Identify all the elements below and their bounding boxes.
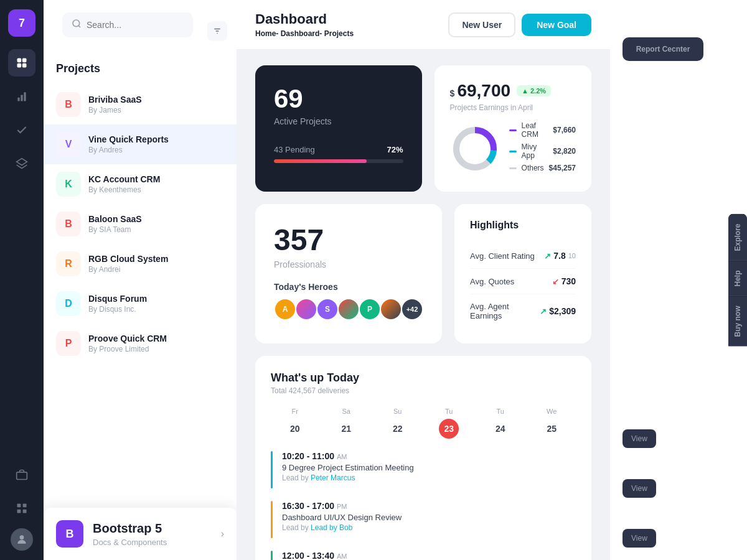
svg-line-15 xyxy=(78,26,80,27)
cal-day-20[interactable]: Fr 20 xyxy=(271,408,319,439)
view-button-3[interactable]: View xyxy=(622,529,656,548)
search-input[interactable] xyxy=(87,20,184,30)
svg-rect-10 xyxy=(23,504,27,508)
project-icon-kc: K xyxy=(56,172,81,197)
new-goal-button[interactable]: New Goal xyxy=(522,14,591,36)
progress-bar-wrap xyxy=(274,159,403,163)
highlight-label-2: Avg. Agent Earnings xyxy=(470,302,540,320)
svg-rect-3 xyxy=(22,63,27,68)
active-projects-count: 69 xyxy=(274,84,403,114)
side-tab-explore[interactable]: Explore xyxy=(728,213,747,260)
active-projects-card: 69 Active Projects 43 Pending 72% xyxy=(255,65,422,192)
user-avatar[interactable] xyxy=(11,528,33,551)
hero-avatar-1 xyxy=(295,298,317,320)
event-lead-link-0[interactable]: Peter Marcus xyxy=(311,474,355,482)
cal-day-label-2: Su xyxy=(374,408,422,415)
today-subtitle: Total 424,567 deliveries xyxy=(271,386,576,395)
filter-icon[interactable] xyxy=(207,21,227,41)
breadcrumb-home[interactable]: Home- xyxy=(255,29,278,38)
bootstrap-arrow-icon: › xyxy=(221,528,224,539)
search-icon xyxy=(72,19,82,31)
project-by-kc: By Keenthemes xyxy=(88,185,224,194)
breadcrumb-dashboard[interactable]: Dashboard- xyxy=(281,29,322,38)
cal-day-label-5: We xyxy=(528,408,576,415)
project-name-disqus: Disqus Forum xyxy=(88,294,224,304)
highlights-rows: Avg. Client Rating ↗ 7.8 10 Avg. Quotes … xyxy=(470,243,576,328)
heroes-avatars: ASP+42 xyxy=(274,298,423,320)
project-name-briviba: Briviba SaaS xyxy=(88,95,224,105)
calendar-row[interactable]: Fr 20 Sa 21 Su 22 Tu 23 Tu 24 We 25 xyxy=(271,408,576,439)
cal-day-25[interactable]: We 25 xyxy=(528,408,576,439)
user-number-badge[interactable]: 7 xyxy=(8,9,35,37)
cal-day-label-3: Tu xyxy=(425,408,474,415)
cal-day-22[interactable]: Su 22 xyxy=(374,408,422,439)
project-item-disqus[interactable]: D Disqus Forum By Disqus Inc. xyxy=(44,284,237,324)
cal-day-num-4: 24 xyxy=(491,419,510,439)
earnings-badge: ▲ 2.2% xyxy=(517,85,551,96)
svg-point-13 xyxy=(20,535,24,539)
project-by-briviba: By James xyxy=(88,106,224,114)
highlights-card: Highlights Avg. Client Rating ↗ 7.8 10 A… xyxy=(454,204,591,343)
main-header: Dashboard Home- Dashboard- Projects New … xyxy=(237,0,610,50)
earnings-card: $ 69,700 ▲ 2.2% Projects Earnings in Apr… xyxy=(435,65,591,192)
cal-day-23[interactable]: Tu 23 xyxy=(425,408,474,439)
hero-avatar-0: A xyxy=(274,298,296,320)
svg-rect-8 xyxy=(17,472,27,480)
event-title-0: 9 Degree Project Estimation Meeting xyxy=(282,463,576,472)
cal-day-24[interactable]: Tu 24 xyxy=(476,408,525,439)
new-user-button[interactable]: New User xyxy=(448,12,515,37)
briefcase-nav-icon[interactable] xyxy=(8,461,35,488)
today-title: What's up Today xyxy=(271,371,576,385)
project-by-vine: By Andres xyxy=(88,146,224,154)
svg-rect-6 xyxy=(24,92,26,101)
layers-nav-icon[interactable] xyxy=(8,150,35,177)
event-lead-link-1[interactable]: Lead by Bob xyxy=(311,523,352,532)
project-item-baloon[interactable]: B Baloon SaaS By SIA Team xyxy=(44,204,237,244)
sidebar: Projects B Briviba SaaS By James V Vine … xyxy=(44,0,237,560)
tasks-nav-icon[interactable] xyxy=(8,116,35,144)
svg-rect-2 xyxy=(17,63,22,68)
project-item-briviba[interactable]: B Briviba SaaS By James xyxy=(44,85,237,124)
events-list: 10:20 - 11:00 AM 9 Degree Project Estima… xyxy=(271,451,576,560)
event-time-2: 12:00 - 13:40 AM xyxy=(282,551,576,560)
hero-avatar-2: S xyxy=(316,298,339,320)
svg-rect-4 xyxy=(17,98,19,101)
cal-day-num-0: 20 xyxy=(285,419,305,439)
dashboard-nav-icon[interactable] xyxy=(8,49,35,77)
side-tabs[interactable]: ExploreHelpBuy now xyxy=(728,213,747,346)
grid-nav-icon[interactable] xyxy=(8,495,35,522)
project-item-kc[interactable]: K KC Account CRM By Keenthemes xyxy=(44,164,237,204)
side-tab-help[interactable]: Help xyxy=(728,261,747,296)
project-item-proove[interactable]: P Proove Quick CRM By Proove Limited xyxy=(44,324,237,363)
highlight-row-0: Avg. Client Rating ↗ 7.8 10 xyxy=(470,243,576,269)
highlight-row-1: Avg. Quotes ↙ 730 xyxy=(470,269,576,294)
cal-day-label-4: Tu xyxy=(476,408,525,415)
bootstrap-banner[interactable]: B Bootstrap 5 Docs & Components › xyxy=(44,508,237,560)
project-icon-vine: V xyxy=(56,132,81,157)
sidebar-projects-title: Projects xyxy=(44,62,237,75)
search-bar[interactable] xyxy=(62,12,193,37)
analytics-nav-icon[interactable] xyxy=(8,83,35,110)
side-tab-buy-now[interactable]: Buy now xyxy=(728,296,747,347)
project-icon-baloon: B xyxy=(56,212,81,236)
project-item-vine[interactable]: V Vine Quick Reports By Andres xyxy=(44,124,237,164)
legend-item-leaf-crm: Leaf CRM $7,660 xyxy=(509,121,576,139)
active-projects-label: Active Projects xyxy=(274,116,403,126)
project-icon-proove: P xyxy=(56,331,81,356)
pending-label: 43 Pending xyxy=(274,145,315,154)
legend-dot xyxy=(509,167,517,169)
today-card: What's up Today Total 424,567 deliveries… xyxy=(255,356,591,560)
earnings-legend: Leaf CRM $7,660 Mivy App $2,820 Others $… xyxy=(509,121,576,176)
progress-pct: 72% xyxy=(387,145,403,154)
highlight-label-1: Avg. Quotes xyxy=(470,277,514,286)
event-item-1: 16:30 - 17:00 PM Dashboard UI/UX Design … xyxy=(271,501,576,538)
report-center-button[interactable]: Report Cecnter xyxy=(622,37,703,61)
legend-name: Leaf CRM xyxy=(522,121,548,139)
highlight-arrow-2: ↗ xyxy=(540,307,547,316)
project-name-proove: Proove Quick CRM xyxy=(88,334,224,343)
view-button-2[interactable]: View xyxy=(622,479,656,498)
view-button-1[interactable]: View xyxy=(622,429,656,448)
project-item-rgb[interactable]: R RGB Cloud System By Andrei xyxy=(44,244,237,284)
event-item-0: 10:20 - 11:00 AM 9 Degree Project Estima… xyxy=(271,451,576,488)
cal-day-21[interactable]: Sa 21 xyxy=(322,408,371,439)
